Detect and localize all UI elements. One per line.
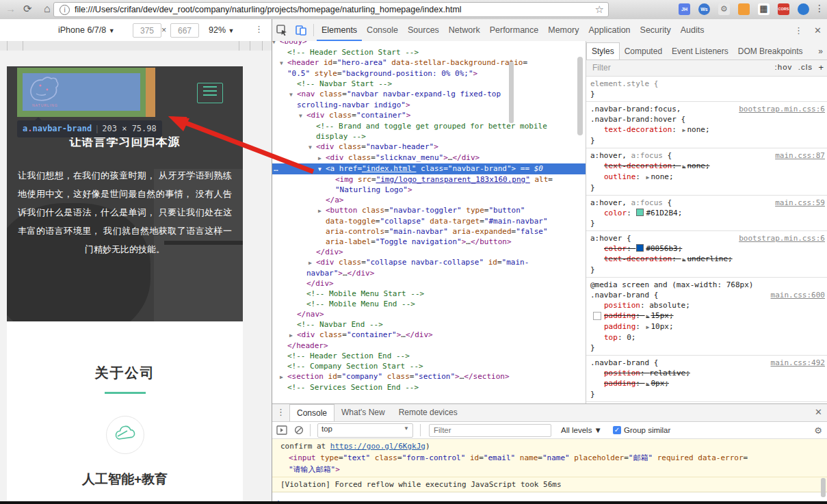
stylesheet-link[interactable]: main.css:492	[771, 358, 825, 368]
drawer-tab-console[interactable]: Console	[289, 404, 334, 421]
css-rule[interactable]: bootstrap.min.css:6.navbar-brand:focus,.…	[586, 102, 827, 148]
css-rule[interactable]: bootstrap.min.css:6a:hover {color: #0056…	[586, 231, 827, 278]
jh-extension-icon[interactable]: JH	[679, 3, 690, 15]
tab-network[interactable]: Network	[444, 20, 485, 41]
dom-node[interactable]: <!-- Mobile Menu End -->	[272, 299, 586, 309]
drawer-menu-icon[interactable]: ⋮	[272, 404, 289, 421]
hov-toggle[interactable]: :hov	[775, 63, 793, 71]
ws-extension-icon[interactable]: Ws	[698, 3, 710, 15]
toggle-device-toolbar-icon[interactable]	[295, 24, 307, 36]
dom-node[interactable]: ▶<button class="navbar-toggler" type="bu…	[272, 205, 586, 216]
dom-node[interactable]: </a>	[272, 195, 586, 205]
bookmark-star-icon[interactable]: ☆	[595, 3, 604, 16]
log-levels-select[interactable]: All levels ▼	[561, 426, 602, 434]
dom-node[interactable]: "Naturling Logo">	[272, 185, 586, 195]
emulation-menu-icon[interactable]: ⋮	[254, 24, 263, 34]
console-filter-input[interactable]	[429, 424, 551, 437]
styles-tab-dom-breakpoints[interactable]: DOM Breakpoints	[733, 43, 808, 59]
address-bar[interactable]: i file:///Users/crifan/dev/dev_root/comp…	[53, 2, 609, 17]
console-scrollbar[interactable]	[821, 478, 826, 497]
tab-memory[interactable]: Memory	[543, 20, 583, 41]
stylesheet-link[interactable]: bootstrap.min.css:6	[739, 233, 825, 243]
tab-elements[interactable]: Elements	[317, 20, 362, 41]
dom-node[interactable]: </div>	[272, 247, 586, 257]
drawer-tab-what-s-new[interactable]: What's New	[334, 404, 392, 421]
dom-node[interactable]: navbar">…</div>	[272, 268, 586, 278]
devtools-close-icon[interactable]: ✕	[809, 25, 827, 36]
styles-panel[interactable]: StylesComputedEvent ListenersDOM Breakpo…	[586, 41, 827, 403]
dom-node[interactable]: display -->	[272, 131, 586, 142]
css-property[interactable]: outline: ▶none;	[590, 172, 825, 183]
dom-node[interactable]: </div>	[272, 278, 586, 289]
css-rule[interactable]: main.css:87a:hover, a:focus {text-decora…	[586, 148, 827, 196]
css-rule[interactable]: main.css:59a:hover, a:focus {color: #61D…	[586, 196, 827, 231]
dom-node[interactable]: <!-- Services Section End -->	[272, 382, 586, 390]
clear-console-icon[interactable]	[294, 425, 304, 435]
css-property[interactable]: color: #61D2B4;	[590, 208, 825, 218]
stylesheet-link[interactable]: bootstrap.min.css:6	[739, 104, 825, 114]
selected-dom-node[interactable]: …▼<a href="index.html" class="navbar-bra…	[272, 163, 586, 174]
tab-application[interactable]: Application	[583, 20, 635, 41]
dom-node[interactable]: aria-controls="main-navbar" aria-expande…	[272, 226, 586, 237]
css-property[interactable]: top: 0;	[590, 332, 825, 343]
dom-node[interactable]: ▼<body>	[272, 41, 586, 47]
url-text[interactable]: file:///Users/crifan/dev/dev_root/compan…	[75, 5, 462, 14]
console-settings-icon[interactable]: ⚙	[809, 425, 827, 436]
css-rule[interactable]: main.css:492.navbar-brand {position: rel…	[586, 356, 827, 402]
tab-sources[interactable]: Sources	[403, 20, 444, 41]
dom-node[interactable]: </nav>	[272, 309, 586, 319]
console-sidebar-icon[interactable]	[276, 425, 287, 435]
new-style-rule-button[interactable]: +	[818, 62, 824, 72]
elements-scrollbar[interactable]	[577, 57, 583, 135]
device-height-input[interactable]	[170, 23, 199, 38]
dom-node[interactable]: <img src="img/logo_transparent_183x160.p…	[272, 174, 586, 185]
devtools-menu-icon[interactable]: ⋮	[789, 25, 809, 36]
forward-button[interactable]: →	[5, 3, 16, 14]
zoom-select[interactable]: 92% ▼	[209, 25, 234, 35]
css-property[interactable]: text-decoration: ▶underline;	[590, 254, 825, 265]
dom-node[interactable]: ▼<header id="hero-area" data-stellar-bac…	[272, 57, 586, 68]
media-query-bar[interactable]	[0, 41, 272, 51]
group-similar-checkbox[interactable]: ✓	[613, 426, 621, 434]
dom-node[interactable]: ▶<div class="slicknav_menu">…</div>	[272, 152, 586, 163]
property-checkbox[interactable]	[593, 312, 601, 320]
qr-code-extension-icon[interactable]: ▦	[758, 3, 770, 15]
execution-context-select[interactable]: top▼	[317, 423, 413, 438]
styles-tab-styles[interactable]: Styles	[586, 42, 620, 59]
dom-node[interactable]: ▼<div class="container">	[272, 110, 586, 121]
dom-node[interactable]: <!-- Brand and toggle get grouped for be…	[272, 121, 586, 131]
tab-performance[interactable]: Performance	[485, 20, 544, 41]
css-property[interactable]: position: relative;	[590, 368, 825, 378]
styles-tabs-overflow-icon[interactable]: »	[813, 43, 827, 59]
device-select[interactable]: iPhone 6/7/8 ▼	[58, 25, 115, 35]
globe-extension-icon[interactable]	[798, 3, 809, 15]
device-width-input[interactable]	[133, 23, 161, 38]
console-violation-message[interactable]: [Violation] Forced reflow while executin…	[272, 477, 827, 492]
color-swatch[interactable]	[636, 244, 644, 252]
dom-node[interactable]: aria-label="Toggle navigation">…</button…	[272, 237, 586, 247]
dom-node[interactable]: <!-- Mobile Menu Start -->	[272, 289, 586, 299]
css-property[interactable]: text-decoration: ▶none;	[590, 124, 825, 135]
css-property[interactable]: color: #0056b3;	[590, 243, 825, 254]
stylesheet-link[interactable]: main.css:87	[775, 150, 825, 161]
react-devtools-icon[interactable]: ⚙	[718, 3, 730, 15]
styles-tab-event-listeners[interactable]: Event Listeners	[667, 43, 733, 59]
color-swatch[interactable]	[636, 209, 644, 216]
dom-node[interactable]: ▶<div class="collapse navbar-collapse" i…	[272, 257, 586, 268]
inspect-element-icon[interactable]	[276, 24, 288, 36]
dom-node[interactable]: ▶<section id="company" class="section">……	[272, 371, 586, 382]
css-rule[interactable]: element.style {}	[586, 77, 827, 102]
elements-panel[interactable]: ▼<body><!-- Header Section Start -->▼<he…	[272, 41, 586, 390]
dom-node[interactable]: <!-- Navbar Start -->	[272, 79, 586, 89]
mobile-menu-button[interactable]	[197, 83, 223, 103]
stylesheet-link[interactable]: main.css:600	[771, 290, 825, 300]
css-property[interactable]: padding: ▶0px;	[590, 378, 825, 389]
tab-console[interactable]: Console	[362, 20, 403, 41]
css-property[interactable]: position: absolute;	[590, 300, 825, 310]
tab-audits[interactable]: Audits	[676, 20, 709, 41]
home-button[interactable]: ⌂	[44, 3, 51, 15]
dom-node[interactable]: ▶<div class="container">…</div>	[272, 330, 586, 341]
reload-button[interactable]: ⟳	[23, 3, 32, 15]
cors-extension-icon[interactable]: CORS	[778, 3, 789, 15]
dom-node[interactable]: <!-- Header Section End -->	[272, 351, 586, 361]
